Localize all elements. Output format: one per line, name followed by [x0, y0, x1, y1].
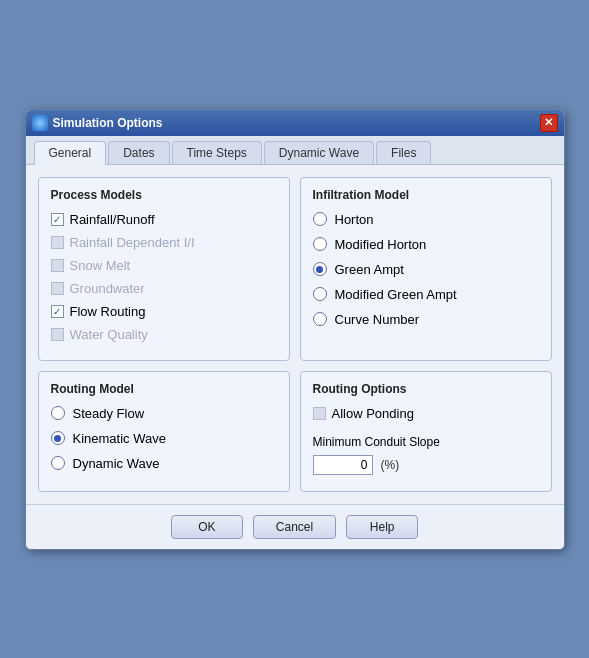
- curve-number-label: Curve Number: [335, 312, 420, 327]
- steady-flow-radio[interactable]: [51, 406, 65, 420]
- kinematic-wave-radio[interactable]: [51, 431, 65, 445]
- routing-model-panel: Routing Model Steady Flow Kinematic Wave…: [38, 371, 290, 492]
- horton-label: Horton: [335, 212, 374, 227]
- groundwater-item: Groundwater: [51, 281, 277, 296]
- routing-options-panel: Routing Options Allow Ponding Minimum Co…: [300, 371, 552, 492]
- tab-bar: General Dates Time Steps Dynamic Wave Fi…: [26, 136, 564, 165]
- tab-dynamic-wave[interactable]: Dynamic Wave: [264, 141, 374, 164]
- modified-green-ampt-label: Modified Green Ampt: [335, 287, 457, 302]
- green-ampt-item[interactable]: Green Ampt: [313, 262, 539, 277]
- tab-dates[interactable]: Dates: [108, 141, 169, 164]
- window-title: Simulation Options: [53, 116, 163, 130]
- water-quality-item: Water Quality: [51, 327, 277, 342]
- simulation-options-window: Simulation Options ✕ General Dates Time …: [25, 109, 565, 550]
- steady-flow-item[interactable]: Steady Flow: [51, 406, 277, 421]
- title-bar: Simulation Options ✕: [26, 110, 564, 136]
- cancel-button[interactable]: Cancel: [253, 515, 336, 539]
- modified-horton-label: Modified Horton: [335, 237, 427, 252]
- modified-horton-radio[interactable]: [313, 237, 327, 251]
- kinematic-wave-label: Kinematic Wave: [73, 431, 166, 446]
- flow-routing-item[interactable]: Flow Routing: [51, 304, 277, 319]
- curve-number-radio[interactable]: [313, 312, 327, 326]
- snow-melt-item: Snow Melt: [51, 258, 277, 273]
- tab-time-steps[interactable]: Time Steps: [172, 141, 262, 164]
- flow-routing-label: Flow Routing: [70, 304, 146, 319]
- dynamic-wave-label: Dynamic Wave: [73, 456, 160, 471]
- dynamic-wave-item[interactable]: Dynamic Wave: [51, 456, 277, 471]
- rainfall-dependent-checkbox: [51, 236, 64, 249]
- footer: OK Cancel Help: [26, 504, 564, 549]
- horton-radio[interactable]: [313, 212, 327, 226]
- infiltration-model-panel: Infiltration Model Horton Modified Horto…: [300, 177, 552, 361]
- min-conduit-label: Minimum Conduit Slope: [313, 435, 539, 449]
- kinematic-wave-item[interactable]: Kinematic Wave: [51, 431, 277, 446]
- conduit-unit: (%): [381, 458, 400, 472]
- rainfall-runoff-item[interactable]: Rainfall/Runoff: [51, 212, 277, 227]
- ok-button[interactable]: OK: [171, 515, 243, 539]
- rainfall-runoff-checkbox[interactable]: [51, 213, 64, 226]
- groundwater-label: Groundwater: [70, 281, 145, 296]
- process-models-panel: Process Models Rainfall/Runoff Rainfall …: [38, 177, 290, 361]
- flow-routing-checkbox[interactable]: [51, 305, 64, 318]
- curve-number-item[interactable]: Curve Number: [313, 312, 539, 327]
- dynamic-wave-radio[interactable]: [51, 456, 65, 470]
- conduit-row: (%): [313, 455, 539, 475]
- conduit-slope-input[interactable]: [313, 455, 373, 475]
- infiltration-model-title: Infiltration Model: [313, 188, 539, 202]
- green-ampt-label: Green Ampt: [335, 262, 404, 277]
- process-models-title: Process Models: [51, 188, 277, 202]
- groundwater-checkbox: [51, 282, 64, 295]
- close-button[interactable]: ✕: [540, 114, 558, 132]
- content-area: Process Models Rainfall/Runoff Rainfall …: [26, 165, 564, 504]
- modified-horton-item[interactable]: Modified Horton: [313, 237, 539, 252]
- rainfall-runoff-label: Rainfall/Runoff: [70, 212, 155, 227]
- rainfall-dependent-label: Rainfall Dependent I/I: [70, 235, 195, 250]
- tab-general[interactable]: General: [34, 141, 107, 165]
- green-ampt-radio[interactable]: [313, 262, 327, 276]
- snow-melt-label: Snow Melt: [70, 258, 131, 273]
- rainfall-dependent-item: Rainfall Dependent I/I: [51, 235, 277, 250]
- allow-ponding-label: Allow Ponding: [332, 406, 414, 421]
- help-button[interactable]: Help: [346, 515, 418, 539]
- allow-ponding-checkbox[interactable]: [313, 407, 326, 420]
- routing-options-title: Routing Options: [313, 382, 539, 396]
- title-bar-left: Simulation Options: [32, 115, 163, 131]
- routing-model-title: Routing Model: [51, 382, 277, 396]
- modified-green-ampt-radio[interactable]: [313, 287, 327, 301]
- tab-files[interactable]: Files: [376, 141, 431, 164]
- water-quality-checkbox: [51, 328, 64, 341]
- window-icon: [32, 115, 48, 131]
- water-quality-label: Water Quality: [70, 327, 148, 342]
- snow-melt-checkbox: [51, 259, 64, 272]
- modified-green-ampt-item[interactable]: Modified Green Ampt: [313, 287, 539, 302]
- allow-ponding-item[interactable]: Allow Ponding: [313, 406, 539, 421]
- horton-item[interactable]: Horton: [313, 212, 539, 227]
- steady-flow-label: Steady Flow: [73, 406, 145, 421]
